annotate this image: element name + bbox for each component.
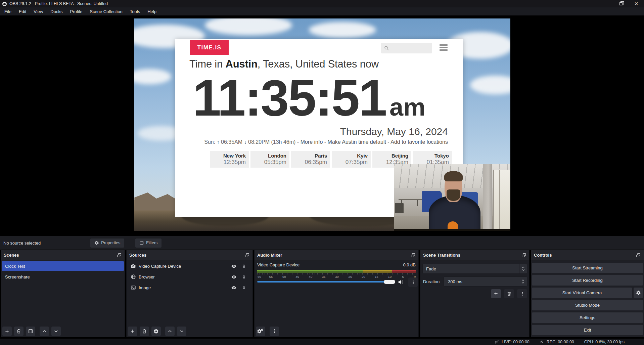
preview-canvas[interactable]: TIME.IS Time in Austin, Texas, United St… (134, 18, 510, 231)
city-tile-london[interactable]: London05:35pm (250, 151, 289, 168)
popout-icon[interactable] (521, 253, 526, 258)
audio-mixer-title: Audio Mixer (257, 253, 282, 258)
duration-input[interactable]: 300 ms (444, 276, 527, 287)
transition-properties-button[interactable] (517, 289, 527, 298)
sun-info-line: Sun: ↑ 06:35AM ↓ 08:20PM (13h 46m) - Mor… (204, 139, 448, 145)
move-source-down-button[interactable] (177, 327, 186, 336)
studio-mode-button[interactable]: Studio Mode (532, 300, 643, 310)
volume-meter (257, 270, 416, 273)
visibility-eye-icon[interactable] (231, 263, 237, 269)
filter-icon (139, 241, 144, 245)
filters-button[interactable]: Filters (135, 239, 162, 248)
audio-mixer-panel: Audio Mixer Video Capture Device 0.0 dB … (254, 250, 419, 337)
timeis-search-box[interactable] (381, 43, 432, 53)
sources-title: Sources (129, 253, 146, 258)
start-recording-button[interactable]: Start Recording (532, 275, 643, 286)
add-scene-button[interactable] (2, 327, 12, 336)
kebab-menu-icon (272, 329, 277, 334)
visibility-eye-icon[interactable] (231, 274, 237, 280)
city-name: Austin (226, 58, 258, 70)
move-source-up-button[interactable] (165, 327, 175, 336)
properties-button[interactable]: Properties (90, 239, 124, 248)
mixer-channel-menu-button[interactable] (408, 277, 418, 287)
speaker-icon[interactable] (398, 279, 404, 285)
add-source-button[interactable] (128, 327, 137, 336)
city-tile-paris[interactable]: Paris06:35pm (291, 151, 330, 168)
controls-title: Controls (534, 253, 552, 258)
start-streaming-button[interactable]: Start Streaming (532, 263, 643, 273)
lock-icon[interactable] (241, 264, 246, 269)
transition-select[interactable]: Fade (422, 264, 527, 274)
remove-scene-button[interactable] (14, 327, 24, 336)
settings-button[interactable]: Settings (532, 312, 643, 323)
volume-slider-handle[interactable] (384, 280, 395, 284)
menu-docks[interactable]: Docks (47, 7, 66, 15)
menu-view[interactable]: View (30, 7, 47, 15)
lock-icon[interactable] (241, 274, 246, 279)
mixer-body: Video Capture Device 0.0 dB -60 -55 -50 … (255, 260, 418, 325)
move-scene-down-button[interactable] (51, 327, 61, 336)
exit-button[interactable]: Exit (532, 325, 643, 335)
menu-scene-collection[interactable]: Scene Collection (86, 7, 126, 15)
volume-slider-track[interactable] (257, 281, 388, 283)
menu-file[interactable]: File (1, 7, 15, 15)
source-item-image[interactable]: Image (127, 283, 252, 293)
menu-edit[interactable]: Edit (15, 7, 30, 15)
city-tile-kyiv[interactable]: Kyiv07:35pm (332, 151, 371, 168)
minimize-icon (604, 4, 607, 4)
restore-button[interactable] (613, 0, 629, 7)
scenes-toolbar (1, 325, 125, 337)
mixer-menu-button[interactable] (270, 327, 279, 336)
webcam-table (399, 199, 422, 200)
source-item-browser[interactable]: Browser (127, 272, 252, 282)
minimize-button[interactable] (598, 0, 613, 7)
menu-tools[interactable]: Tools (126, 7, 144, 15)
image-icon (131, 285, 136, 290)
start-virtual-camera-button[interactable]: Start Virtual Camera (532, 288, 632, 298)
broadcast-off-icon (494, 339, 499, 344)
transitions-body: Fade Duration 300 ms (420, 260, 529, 337)
menu-profile[interactable]: Profile (66, 7, 86, 15)
scene-item-clock-test[interactable]: Clock Test (2, 261, 124, 271)
menu-help[interactable]: Help (144, 7, 160, 15)
sources-list: Video Capture Device Browser Image (127, 260, 252, 325)
clock-display: 11:35:51am (193, 72, 425, 123)
add-transition-button[interactable] (491, 289, 501, 298)
more-info-link[interactable]: More info (301, 139, 323, 145)
obs-logo-icon (2, 2, 7, 6)
move-scene-up-button[interactable] (40, 327, 49, 336)
advanced-audio-button[interactable] (256, 327, 265, 336)
controls-panel: Controls Start Streaming Start Recording… (531, 250, 644, 337)
chevron-down-icon (179, 329, 184, 334)
hamburger-menu-icon[interactable] (440, 44, 448, 51)
city-tile-new-york[interactable]: New York12:35pm (210, 151, 249, 168)
lock-icon[interactable] (241, 285, 246, 290)
mixer-level-db: 0.0 dB (403, 262, 416, 267)
plus-icon (4, 329, 10, 334)
source-item-video-capture[interactable]: Video Capture Device (127, 261, 252, 271)
controls-body: Start Streaming Start Recording Start Vi… (531, 260, 644, 337)
remove-source-button[interactable] (140, 327, 149, 336)
webcam-overlay[interactable] (394, 164, 510, 231)
popout-icon[interactable] (117, 253, 122, 258)
popout-icon[interactable] (636, 253, 641, 258)
scene-item-screenshare[interactable]: Screenshare (2, 272, 124, 282)
visibility-eye-icon[interactable] (231, 285, 237, 291)
sources-toolbar (127, 325, 252, 337)
remove-transition-button[interactable] (504, 289, 514, 298)
make-default-link[interactable]: Make Austin time default (328, 139, 386, 145)
clock-meridiem: am (389, 93, 425, 121)
close-icon: ✕ (634, 1, 638, 6)
scene-filters-button[interactable] (26, 327, 35, 336)
virtual-camera-config-button[interactable] (634, 288, 643, 298)
obs-window: OBS 29.1.2 - Profile: LLHLS BETA - Scene… (0, 0, 644, 345)
popout-icon[interactable] (410, 253, 416, 258)
source-properties-button[interactable] (151, 327, 161, 336)
select-spinner[interactable] (519, 264, 527, 273)
add-favorite-link[interactable]: Add to favorite locations (390, 139, 448, 145)
duration-spinner[interactable] (519, 277, 527, 286)
close-button[interactable]: ✕ (629, 0, 644, 7)
timeis-logo[interactable]: TIME.IS (190, 40, 229, 55)
popout-icon[interactable] (244, 253, 250, 258)
transitions-title: Scene Transitions (423, 253, 460, 258)
